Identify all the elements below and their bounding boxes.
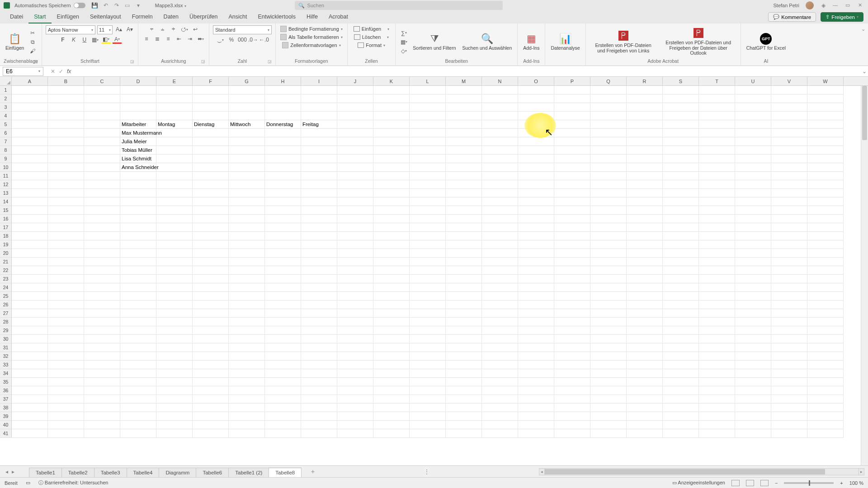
row-header[interactable]: 24	[0, 283, 12, 292]
cell[interactable]	[554, 412, 590, 421]
cell[interactable]	[590, 343, 627, 352]
cut-icon[interactable]: ✂	[28, 29, 37, 37]
cell[interactable]	[771, 378, 807, 386]
cell[interactable]	[120, 292, 156, 300]
cell[interactable]	[84, 146, 120, 155]
cell[interactable]	[84, 172, 120, 180]
zoom-level[interactable]: 100 %	[849, 480, 863, 486]
align-left-icon[interactable]: ≡	[142, 35, 151, 43]
cell[interactable]	[590, 361, 627, 369]
cell[interactable]	[663, 318, 699, 326]
cell[interactable]	[12, 318, 48, 326]
cell[interactable]	[663, 103, 699, 112]
cell[interactable]: Mittwoch	[229, 120, 265, 129]
cell[interactable]	[663, 292, 699, 300]
cell[interactable]	[590, 86, 627, 94]
cell[interactable]	[373, 404, 410, 412]
cell[interactable]	[771, 361, 807, 369]
cell[interactable]	[627, 129, 663, 137]
cell[interactable]	[265, 112, 301, 120]
cell[interactable]	[84, 112, 120, 120]
cell[interactable]	[518, 86, 554, 94]
cell[interactable]	[699, 180, 735, 189]
row-header[interactable]: 8	[0, 146, 12, 155]
cell[interactable]	[337, 163, 373, 172]
row-header[interactable]: 5	[0, 120, 12, 129]
cell[interactable]	[373, 335, 410, 343]
cell[interactable]	[482, 335, 518, 343]
cell[interactable]	[410, 94, 446, 103]
cell[interactable]	[627, 206, 663, 215]
cell[interactable]	[807, 146, 844, 155]
cell[interactable]	[735, 412, 771, 421]
sheet-tab[interactable]: Diagramm	[159, 468, 196, 477]
cell[interactable]	[156, 283, 193, 292]
cell[interactable]	[771, 206, 807, 215]
cell[interactable]	[156, 137, 193, 146]
cell[interactable]	[229, 429, 265, 438]
cell[interactable]	[446, 421, 482, 429]
cell[interactable]	[735, 335, 771, 343]
cell[interactable]	[373, 378, 410, 386]
percent-icon[interactable]: %	[227, 36, 236, 44]
cell[interactable]	[482, 163, 518, 172]
cell[interactable]	[482, 94, 518, 103]
align-middle-icon[interactable]: ⫨	[158, 25, 167, 33]
cell[interactable]	[229, 94, 265, 103]
cell[interactable]	[699, 112, 735, 120]
cell[interactable]	[807, 129, 844, 137]
merge-icon[interactable]: ⬌▾	[196, 35, 205, 43]
cell[interactable]	[48, 249, 84, 258]
cell[interactable]	[156, 129, 193, 137]
ribbon-tab-formeln[interactable]: Formeln	[127, 11, 158, 23]
cell[interactable]	[301, 266, 337, 275]
cell[interactable]	[518, 120, 554, 129]
cell[interactable]	[337, 352, 373, 361]
cell[interactable]	[48, 86, 84, 94]
cell[interactable]	[771, 180, 807, 189]
cell[interactable]	[84, 103, 120, 112]
cell[interactable]	[699, 292, 735, 300]
toggle-switch-icon[interactable]	[74, 3, 85, 8]
cell[interactable]	[771, 309, 807, 318]
accept-formula-icon[interactable]: ✓	[59, 68, 63, 75]
sheet-tab[interactable]: Tabelle4	[127, 468, 160, 477]
cell[interactable]	[229, 197, 265, 206]
cell[interactable]	[156, 172, 193, 180]
column-header[interactable]: Q	[590, 77, 627, 85]
cell[interactable]	[301, 412, 337, 421]
cell[interactable]	[301, 172, 337, 180]
cell[interactable]: Freitag	[301, 120, 337, 129]
cell[interactable]	[48, 112, 84, 120]
cell[interactable]	[48, 103, 84, 112]
cell[interactable]: Tobias Müller	[120, 146, 156, 155]
cell[interactable]	[590, 163, 627, 172]
cell[interactable]	[554, 240, 590, 249]
cell[interactable]	[265, 223, 301, 232]
ribbon-tab-seitenlayout[interactable]: Seitenlayout	[85, 11, 127, 23]
cell[interactable]	[807, 266, 844, 275]
ribbon-tab-datei[interactable]: Datei	[5, 11, 28, 23]
insert-cells-button[interactable]: Einfügen ▾	[351, 25, 392, 33]
cell[interactable]	[735, 429, 771, 438]
cell[interactable]	[771, 215, 807, 223]
cell[interactable]	[84, 309, 120, 318]
cell[interactable]	[807, 335, 844, 343]
column-header[interactable]: U	[735, 77, 771, 85]
cell[interactable]	[699, 361, 735, 369]
cell[interactable]	[663, 172, 699, 180]
cell[interactable]	[193, 275, 229, 283]
cell[interactable]	[337, 155, 373, 163]
cell[interactable]	[229, 103, 265, 112]
cell[interactable]	[482, 137, 518, 146]
row-header[interactable]: 40	[0, 421, 12, 429]
cell[interactable]	[663, 275, 699, 283]
zoom-in-icon[interactable]: +	[840, 480, 843, 486]
cell[interactable]	[265, 309, 301, 318]
column-header[interactable]: V	[771, 77, 807, 85]
vertical-scrollbar[interactable]	[861, 86, 868, 465]
cell[interactable]	[156, 292, 193, 300]
cell[interactable]	[590, 429, 627, 438]
normal-view-icon[interactable]	[731, 480, 740, 486]
cell[interactable]	[554, 137, 590, 146]
